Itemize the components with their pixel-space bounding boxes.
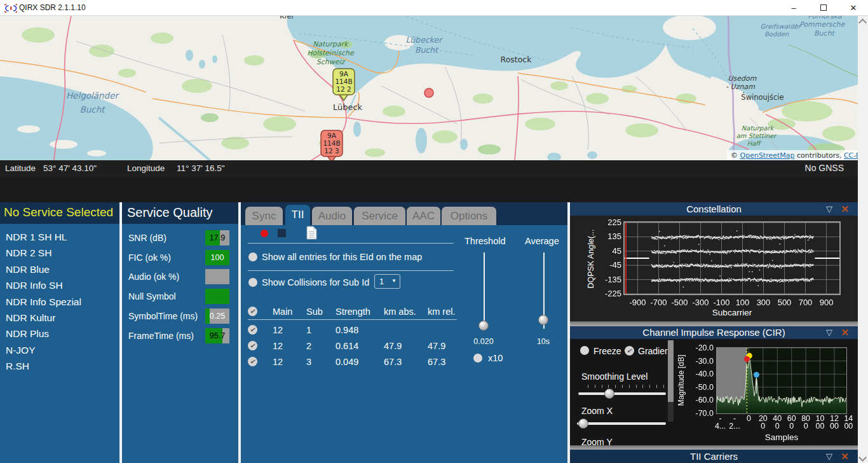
marker1-line2: 114B bbox=[335, 78, 352, 85]
row-check-icon[interactable]: ✔ bbox=[248, 325, 257, 335]
sq-bar-5: 95.7 bbox=[205, 328, 229, 343]
average-label: Average bbox=[525, 236, 559, 246]
main-toolbar: 9A ▼ EId: 114B NDR SH HL 2021-08-24 09:2… bbox=[0, 177, 868, 202]
show-all-entries-radio[interactable] bbox=[248, 252, 257, 261]
cir-ytick: -70.0 bbox=[691, 409, 714, 418]
sq-label: SymbolTime (ms) bbox=[128, 311, 198, 321]
threshold-value: 0.020 bbox=[468, 337, 499, 346]
sidebar-item-n-joy[interactable]: N-JOY bbox=[0, 342, 119, 358]
sq-bar-value bbox=[205, 269, 229, 284]
cir-xtick: 1200 bbox=[827, 415, 842, 430]
close-icon[interactable]: ✕ bbox=[841, 202, 849, 216]
cir-scrollbar-thumb[interactable] bbox=[668, 340, 674, 402]
service-quality-panel: Service Quality SNR (dB)17.9FIC (ok %)10… bbox=[122, 202, 238, 463]
minimize-button[interactable]: – bbox=[783, 0, 804, 16]
threshold-slider[interactable] bbox=[484, 252, 485, 328]
freeze-radio[interactable] bbox=[580, 346, 589, 355]
tii-carriers-header[interactable]: TII Carriers ▽ ✕ bbox=[570, 450, 858, 463]
map-attribution: © OpenStreetMap contributors, CC-BY-SA bbox=[731, 151, 858, 160]
sidebar-item-ndr-kultur[interactable]: NDR Kultur bbox=[0, 310, 119, 326]
sidebar-item-ndr-plus[interactable]: NDR Plus bbox=[0, 326, 119, 342]
cir-scrollbar[interactable] bbox=[668, 340, 674, 422]
cir-header[interactable]: Channel Impulse Response (CIR) ▽ ✕ bbox=[570, 326, 858, 339]
tab-options[interactable]: Options bbox=[442, 207, 496, 225]
cir-xtick: -2... bbox=[727, 415, 742, 430]
slider-tick bbox=[629, 385, 630, 388]
constellation-header[interactable]: Constellation ▽ ✕ bbox=[570, 202, 858, 216]
report-icon[interactable] bbox=[306, 226, 317, 240]
sq-bar-0: 17.9 bbox=[205, 230, 229, 245]
close-icon[interactable]: ✕ bbox=[841, 450, 849, 463]
cir-title: Channel Impulse Response (CIR) bbox=[642, 327, 785, 338]
gradient-checkbox[interactable]: ✔ bbox=[625, 346, 634, 356]
close-button[interactable]: ✕ bbox=[843, 0, 864, 16]
map-label-swinoujscie: Świnoujście bbox=[741, 92, 783, 102]
zoom-x-thumb[interactable] bbox=[578, 418, 588, 429]
sidebar-item-ndr-info-spezial[interactable]: NDR Info Spezial bbox=[0, 294, 119, 310]
sq-bar-value: 0.25 bbox=[205, 308, 229, 324]
sidebar-item-ndr-1-sh-hl[interactable]: NDR 1 SH HL bbox=[0, 229, 119, 245]
window-scrollbar[interactable] bbox=[858, 16, 868, 463]
subid-select[interactable]: 1▼ bbox=[374, 274, 400, 289]
sq-label: FrameTime (ms) bbox=[128, 331, 194, 341]
row-check-icon[interactable]: ✔ bbox=[248, 341, 257, 350]
zoom-x-label: Zoom X bbox=[581, 406, 613, 416]
map-tii-marker-12-3[interactable]: 9A 114B 12 3 bbox=[321, 130, 342, 160]
sidebar-item-ndr-blue[interactable]: NDR Blue bbox=[0, 261, 119, 277]
cir-xtick: 800 bbox=[798, 415, 813, 430]
tab-sync[interactable]: Sync bbox=[245, 207, 283, 225]
map-label-usedom: Usedom bbox=[728, 74, 757, 83]
table-cell: 12 bbox=[273, 341, 283, 351]
smoothing-slider[interactable] bbox=[578, 392, 666, 395]
map-label-stettiner2: Haff bbox=[747, 140, 762, 147]
row-check-icon[interactable]: ✔ bbox=[248, 357, 257, 366]
col-header-kmabs: km abs. bbox=[384, 307, 416, 317]
average-thumb[interactable] bbox=[538, 315, 548, 325]
maximize-button[interactable] bbox=[813, 0, 834, 16]
tii-stop-icon[interactable] bbox=[278, 229, 286, 237]
map-label-luebecker-bucht: Lübecker bbox=[406, 35, 444, 45]
cir-ytick: -50.0 bbox=[691, 383, 714, 392]
zoom-x-slider[interactable] bbox=[577, 422, 666, 425]
threshold-thumb[interactable] bbox=[478, 321, 489, 331]
constellation-ytick: -45 bbox=[599, 260, 621, 270]
cir-body: Freeze ✔ Gradient Smoothing Level Zoom X… bbox=[570, 339, 858, 445]
service-sidebar: No Service Selected NDR 1 SH HLNDR 2 SHN… bbox=[0, 202, 119, 463]
collapse-icon[interactable]: ▽ bbox=[826, 450, 832, 463]
collapse-icon[interactable]: ▽ bbox=[826, 326, 832, 339]
tab-tii[interactable]: TII bbox=[285, 205, 310, 225]
map-receiver-dot[interactable] bbox=[424, 88, 433, 97]
scroll-down-icon[interactable] bbox=[858, 453, 867, 462]
gradient-label: Gradient bbox=[638, 346, 672, 356]
slider-tick bbox=[649, 385, 650, 388]
slider-tick bbox=[595, 385, 595, 388]
map-canvas[interactable]: Kiel Naturpark Holsteinische Schweiz Lüb… bbox=[0, 16, 858, 160]
constellation-title: Constellation bbox=[686, 204, 742, 214]
close-icon[interactable]: ✕ bbox=[841, 326, 849, 339]
col-header-Main: Main bbox=[273, 307, 292, 317]
smoothing-thumb[interactable] bbox=[604, 389, 614, 399]
show-collisions-label: Show Collisions for Sub Id bbox=[262, 277, 369, 287]
table-cell: 47.9 bbox=[428, 341, 445, 351]
sidebar-item-r-sh[interactable]: R.SH bbox=[0, 358, 119, 374]
x10-radio[interactable] bbox=[473, 354, 482, 363]
sq-bar-value: 17.9 bbox=[205, 230, 229, 245]
tab-aac[interactable]: AAC bbox=[407, 207, 440, 225]
cir-xtick: 1000 bbox=[813, 415, 828, 430]
tab-service[interactable]: Service bbox=[354, 207, 405, 225]
marker1-line3: 12 2 bbox=[336, 85, 351, 93]
show-collisions-radio[interactable] bbox=[248, 278, 257, 287]
table-cell: 47.9 bbox=[384, 341, 402, 351]
tii-record-icon[interactable] bbox=[261, 230, 268, 237]
collapse-icon[interactable]: ▽ bbox=[826, 202, 832, 216]
table-cell: 1 bbox=[306, 325, 311, 335]
marker2-line3: 12 3 bbox=[324, 147, 339, 155]
separator-line bbox=[248, 270, 454, 271]
sidebar-item-ndr-2-sh[interactable]: NDR 2 SH bbox=[0, 245, 119, 261]
scroll-up-icon[interactable] bbox=[858, 18, 867, 27]
tab-audio[interactable]: Audio bbox=[312, 207, 352, 225]
app-logo-icon bbox=[4, 4, 17, 13]
map-label-pommersche2: Bucht bbox=[814, 29, 836, 38]
longitude-value: 11° 37' 16.5" bbox=[177, 163, 225, 173]
sidebar-item-ndr-info-sh[interactable]: NDR Info SH bbox=[0, 277, 119, 293]
